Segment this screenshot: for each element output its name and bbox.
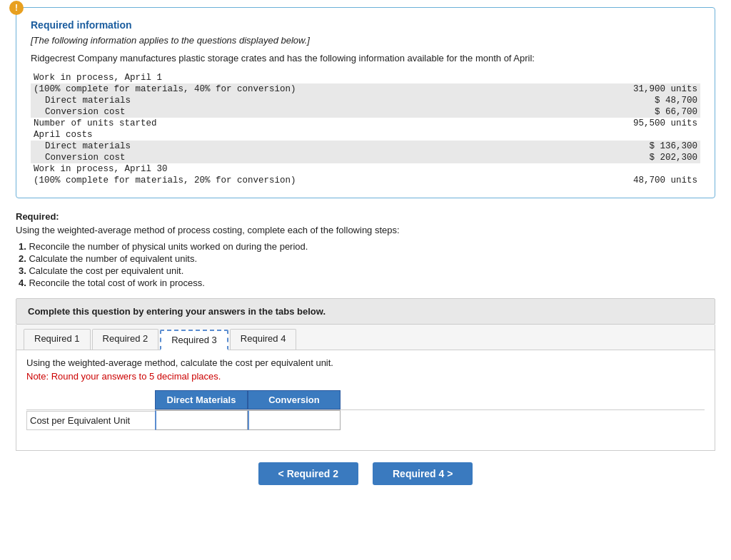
info-body: Ridgecrest Company manufactures plastic …	[31, 53, 700, 63]
table-row: Number of units started95,500 units	[31, 118, 700, 129]
tab-req3[interactable]: Required 3	[160, 330, 228, 350]
tab-req2[interactable]: Required 2	[92, 329, 159, 350]
answer-header-row: Direct Materials Conversion	[26, 390, 705, 409]
tab-req4[interactable]: Required 4	[230, 329, 297, 350]
data-table: Work in process, April 1(100% complete f…	[31, 72, 700, 186]
tab-instruction: Using the weighted-average method, calcu…	[26, 357, 705, 368]
row-label: Work in process, April 30	[31, 163, 562, 175]
table-row: Conversion cost$ 66,700	[31, 106, 700, 118]
row-label: (100% complete for materials, 40% for co…	[31, 83, 562, 95]
row-value: $ 202,300	[562, 152, 700, 163]
row-label: Conversion cost	[31, 106, 562, 118]
step-item: 1. Reconcile the number of physical unit…	[19, 241, 715, 252]
info-box: ! Required information [The following in…	[16, 7, 715, 198]
table-row: Conversion cost$ 202,300	[31, 152, 700, 163]
table-row: April costs	[31, 129, 700, 141]
steps-list: 1. Reconcile the number of physical unit…	[16, 241, 715, 288]
row-value: $ 48,700	[562, 95, 700, 106]
table-row: (100% complete for materials, 20% for co…	[31, 175, 700, 186]
row-label: Conversion cost	[31, 152, 562, 163]
step-item: 4. Reconcile the total cost of work in p…	[19, 278, 715, 288]
tabs-row: Required 1Required 2Required 3Required 4	[16, 325, 715, 350]
tab-note: Note: Round your answers to 5 decimal pl…	[26, 371, 705, 382]
input-conversion[interactable]	[248, 410, 341, 430]
tabs-container: Required 1Required 2Required 3Required 4…	[16, 325, 715, 451]
tab-content: Using the weighted-average method, calcu…	[16, 350, 715, 450]
table-row: Direct materials$ 136,300	[31, 141, 700, 152]
row-value: 31,900 units	[562, 83, 700, 95]
row-value: $ 66,700	[562, 106, 700, 118]
row-label: Direct materials	[31, 141, 562, 152]
info-subtitle: [The following information applies to th…	[31, 35, 700, 46]
tab-req1[interactable]: Required 1	[24, 329, 91, 350]
row-value	[562, 163, 700, 175]
answer-data-row: Cost per Equivalent Unit	[26, 409, 705, 430]
required-label: Required:	[16, 211, 715, 222]
info-title: Required information	[31, 19, 700, 31]
row-value: 48,700 units	[562, 175, 700, 186]
row-value	[562, 72, 700, 83]
required-body: Using the weighted-average method of pro…	[16, 225, 715, 235]
col-header-conversion: Conversion	[248, 390, 341, 409]
row-label-cost-per-unit: Cost per Equivalent Unit	[26, 411, 155, 430]
row-label: Work in process, April 1	[31, 72, 562, 83]
row-value: $ 136,300	[562, 141, 700, 152]
row-label: Number of units started	[31, 118, 562, 129]
bottom-nav: < Required 2 Required 4 >	[16, 462, 715, 485]
back-button[interactable]: < Required 2	[258, 462, 358, 485]
row-value	[562, 129, 700, 141]
answer-section: Direct Materials Conversion Cost per Equ…	[26, 390, 705, 430]
row-value: 95,500 units	[562, 118, 700, 129]
forward-button[interactable]: Required 4 >	[373, 462, 473, 485]
info-icon: !	[9, 1, 24, 15]
required-section: Required: Using the weighted-average met…	[16, 211, 715, 288]
step-item: 3. Calculate the cost per equivalent uni…	[19, 265, 715, 276]
table-row: (100% complete for materials, 40% for co…	[31, 83, 700, 95]
step-item: 2. Calculate the number of equivalent un…	[19, 253, 715, 264]
input-direct-materials[interactable]	[155, 410, 248, 430]
table-row: Direct materials$ 48,700	[31, 95, 700, 106]
table-row: Work in process, April 1	[31, 72, 700, 83]
complete-box: Complete this question by entering your …	[16, 298, 715, 325]
row-label: April costs	[31, 129, 562, 141]
col-header-direct-materials: Direct Materials	[155, 390, 248, 409]
row-label: Direct materials	[31, 95, 562, 106]
main-container: ! Required information [The following in…	[16, 7, 715, 485]
answer-label-spacer	[26, 390, 155, 409]
table-row: Work in process, April 30	[31, 163, 700, 175]
row-label: (100% complete for materials, 20% for co…	[31, 175, 562, 186]
